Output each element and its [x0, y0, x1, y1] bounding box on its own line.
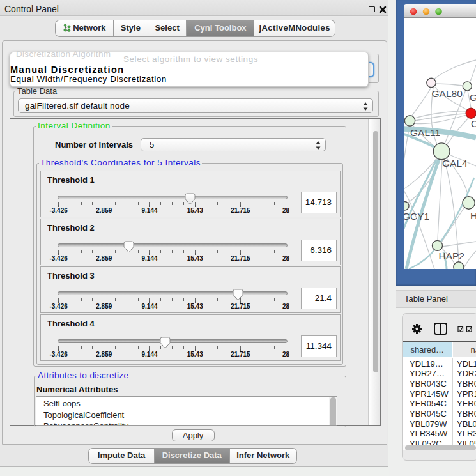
svg-text:H: H — [470, 210, 476, 221]
svg-text:GA: GA — [470, 92, 476, 103]
svg-text:GCY1: GCY1 — [404, 211, 429, 222]
svg-text:GAL11: GAL11 — [410, 127, 440, 138]
svg-text:HAP2: HAP2 — [439, 250, 465, 261]
svg-text:GAL80: GAL80 — [432, 88, 463, 99]
svg-text:GAL4: GAL4 — [442, 158, 468, 169]
svg-text:CY: CY — [471, 118, 476, 129]
